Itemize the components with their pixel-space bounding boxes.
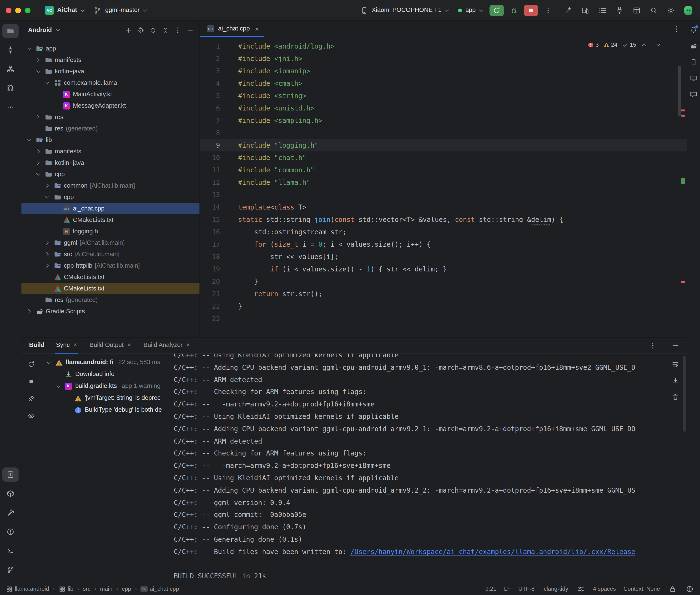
- tab-ai-chat-cpp[interactable]: C++ ai_chat.cpp ×: [200, 21, 264, 37]
- build-tree-item-buildtype-debug-is-both-de[interactable]: BuildType 'debug' is both de: [40, 404, 170, 416]
- tree-item-common[interactable]: common [AiChat.lib.main]: [22, 180, 200, 192]
- passed-count[interactable]: 15: [622, 41, 636, 48]
- tree-item-lib[interactable]: lib: [22, 134, 200, 146]
- tree-item-res[interactable]: res: [22, 111, 200, 123]
- collapse-all-button[interactable]: [160, 24, 171, 36]
- sync-rerun-button[interactable]: [25, 358, 37, 370]
- tree-item-app[interactable]: app: [22, 43, 200, 54]
- tree-item-cpp[interactable]: cpp: [22, 169, 200, 180]
- pull-requests-tool-button[interactable]: [2, 81, 19, 95]
- expand-all-button[interactable]: [147, 24, 159, 36]
- soft-wrap-button[interactable]: [670, 358, 681, 370]
- error-count[interactable]: 3: [587, 41, 598, 48]
- logcat-tool-button[interactable]: [2, 468, 19, 482]
- structure-tool-button[interactable]: [2, 62, 19, 76]
- tree-item-com-example-llama[interactable]: com.example.llama: [22, 77, 200, 89]
- running-devices-tool-button[interactable]: [688, 73, 699, 84]
- inspections-status-button[interactable]: [685, 584, 694, 594]
- breadcrumb-lib[interactable]: lib: [59, 586, 73, 593]
- tree-item-ggml[interactable]: ggml [AiChat.lib.main]: [22, 237, 200, 249]
- clang-tidy[interactable]: .clang-tidy: [542, 586, 568, 593]
- build-console[interactable]: C/C++: -- Using KleidiAI optimized kerne…: [170, 353, 687, 583]
- tree-item-manifests[interactable]: manifests: [22, 54, 200, 66]
- tree-item-res[interactable]: res (generated): [22, 294, 200, 306]
- layout-inspector-button[interactable]: [629, 4, 644, 17]
- tree-item-src[interactable]: src [AiChat.lib.main]: [22, 249, 200, 260]
- build-options-button[interactable]: [647, 339, 659, 352]
- close-tab-icon[interactable]: ×: [74, 341, 77, 349]
- locate-file-button[interactable]: [135, 24, 146, 36]
- build-tree-item-llama-android-fi[interactable]: llama.android: fi22 sec, 583 ms: [40, 357, 170, 368]
- vcs-branch-widget[interactable]: ggml-master: [90, 4, 149, 17]
- version-control-tool-button[interactable]: [2, 563, 19, 577]
- line-ending[interactable]: LF: [504, 586, 511, 593]
- stop-build-button[interactable]: [25, 375, 37, 387]
- device-selector[interactable]: Xiaomi POCOPHONE F1: [357, 4, 452, 17]
- close-tab-icon[interactable]: ×: [255, 26, 259, 32]
- build-tree-item-download-info[interactable]: Download info: [40, 368, 170, 380]
- tab-sync[interactable]: Sync×: [55, 337, 78, 353]
- breadcrumb-main[interactable]: main: [100, 586, 112, 593]
- close-tab-icon[interactable]: ×: [128, 341, 131, 349]
- notifications-button[interactable]: [688, 24, 699, 35]
- assistant-tool-button[interactable]: [688, 89, 699, 100]
- build-tool-button[interactable]: [2, 506, 19, 520]
- console-scrollbar[interactable]: [683, 356, 686, 432]
- toggle-view-button[interactable]: [25, 410, 37, 421]
- clear-all-button[interactable]: [670, 391, 681, 402]
- debug-button[interactable]: [508, 4, 520, 17]
- code-area[interactable]: 1#include <android/log.h>2#include <jni.…: [200, 37, 687, 337]
- close-window-button[interactable]: [6, 7, 11, 13]
- device-streaming-button[interactable]: [578, 4, 592, 17]
- device-manager-tool-button[interactable]: [688, 56, 699, 67]
- plugins-button[interactable]: [612, 4, 627, 17]
- search-everywhere-button[interactable]: [647, 4, 661, 17]
- breadcrumb-src[interactable]: src: [83, 586, 90, 593]
- app-inspection-tool-button[interactable]: [2, 486, 19, 501]
- build-tree-item-jvmtarget-string-is-deprec[interactable]: 'jvmTarget: String' is deprec: [40, 392, 170, 404]
- tree-item-cmakelists-txt[interactable]: CMakeLists.txt: [22, 283, 200, 294]
- close-tab-icon[interactable]: ×: [187, 341, 190, 349]
- studio-bot-button[interactable]: [681, 4, 695, 17]
- scroll-to-end-button[interactable]: [670, 374, 681, 386]
- minimize-window-button[interactable]: [15, 7, 21, 13]
- terminal-tool-button[interactable]: [2, 544, 19, 558]
- lock-button[interactable]: [668, 584, 677, 594]
- tree-item-cpp[interactable]: cpp: [22, 192, 200, 203]
- tab-build-output[interactable]: Build Output×: [89, 337, 132, 353]
- zoom-window-button[interactable]: [25, 7, 30, 13]
- build-tree-item-build-gradle-kts[interactable]: Kbuild.gradle.ktsapp 1 warning: [40, 380, 170, 392]
- next-problem-button[interactable]: [653, 40, 662, 49]
- tree-item-mainactivity-kt[interactable]: KMainActivity.kt: [22, 89, 200, 100]
- breadcrumb-llama-android[interactable]: llama.android: [6, 586, 49, 593]
- tab-build-analyzer[interactable]: Build Analyzer×: [142, 337, 191, 353]
- tree-item-messageadapter-kt[interactable]: KMessageAdapter.kt: [22, 100, 200, 111]
- breadcrumb-cpp[interactable]: cpp: [122, 586, 131, 593]
- commit-tool-button[interactable]: [2, 43, 19, 57]
- indent-options-button[interactable]: [576, 584, 585, 594]
- pin-tab-button[interactable]: [25, 393, 37, 404]
- encoding[interactable]: UTF-8: [518, 586, 534, 593]
- hide-build-button[interactable]: [670, 339, 682, 352]
- tree-item-kotlin-java[interactable]: kotlin+java: [22, 157, 200, 169]
- caret-position[interactable]: 9:21: [485, 586, 497, 593]
- warning-count[interactable]: 24: [603, 41, 618, 48]
- tree-item-logging-h[interactable]: Hlogging.h: [22, 226, 200, 237]
- panel-options-button[interactable]: [172, 24, 184, 36]
- task-list-button[interactable]: [595, 4, 610, 17]
- settings-button[interactable]: [664, 4, 678, 17]
- editor-options-button[interactable]: [670, 23, 683, 35]
- add-button[interactable]: [122, 24, 134, 36]
- tree-item-gradle-scripts[interactable]: Gradle Scripts: [22, 306, 200, 317]
- tree-item-kotlin-java[interactable]: kotlin+java: [22, 66, 200, 77]
- toolbar-more-button[interactable]: [542, 4, 554, 17]
- tree-item-cpp-httplib[interactable]: cpp-httplib [AiChat.lib.main]: [22, 260, 200, 272]
- tree-item-manifests[interactable]: manifests: [22, 146, 200, 157]
- project-view-selector[interactable]: Android: [28, 26, 59, 34]
- ai-actions-button[interactable]: [561, 4, 575, 17]
- run-config-selector[interactable]: app: [454, 4, 486, 17]
- rerun-button[interactable]: [489, 4, 504, 16]
- stop-button[interactable]: [524, 4, 538, 16]
- more-tool-windows-button[interactable]: [2, 100, 19, 114]
- tree-item-cmakelists-txt[interactable]: CMakeLists.txt: [22, 214, 200, 226]
